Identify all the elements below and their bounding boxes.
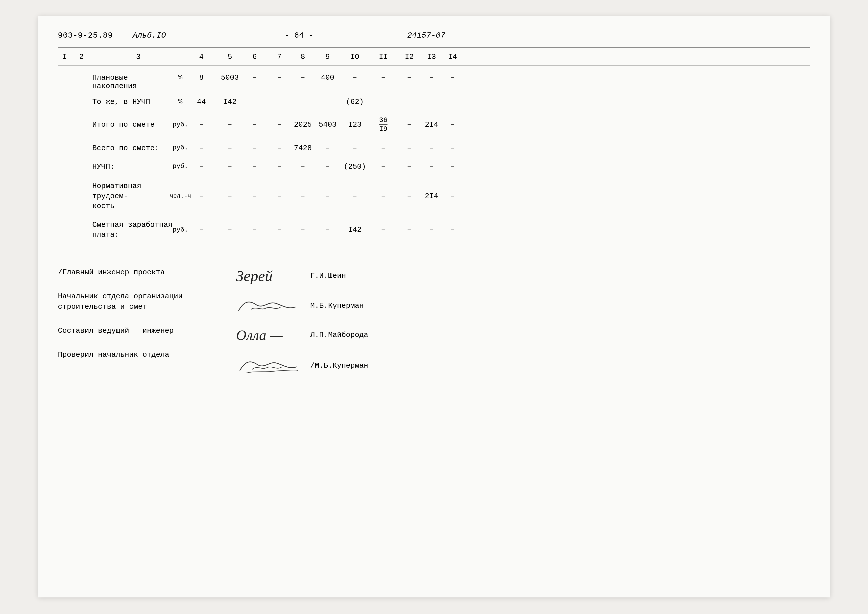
cell-r2-c7: – (267, 97, 292, 107)
cell-r2-c14: – (443, 97, 462, 107)
col-header-9: 9 (314, 53, 341, 61)
signature-script-3: Олла — (236, 327, 301, 343)
cell-r2-c10: (62) (341, 97, 369, 107)
cell-r4-c1 (58, 144, 71, 144)
cell-r7-c14: – (443, 225, 462, 234)
cell-r4-c3: Всего по смете: (91, 144, 175, 153)
cell-r4-c13: – (420, 144, 443, 153)
cell-r5-c5: – (217, 162, 242, 171)
col-header-2: 2 (71, 53, 91, 61)
cell-r1-c6: – (242, 73, 267, 82)
cell-r2-c6: – (242, 97, 267, 107)
table-row: Сметная заработнаяплата: руб. – – – – – … (58, 217, 810, 242)
cell-r1-unit-symbol: % (175, 73, 185, 82)
cell-r6-c11: – (369, 191, 398, 201)
cell-r4-c7: – (267, 144, 292, 153)
table-row: Итого по смете руб. – – – – 2025 5403 I2… (58, 114, 810, 135)
cell-r7-c8: – (292, 225, 314, 234)
sig-label-4: Проверил начальник отдела (58, 350, 192, 360)
cell-r6-c6: – (242, 191, 267, 201)
cell-r6-c2 (71, 196, 91, 197)
cell-r4-c11: – (369, 144, 398, 153)
cell-r7-unit-symbol: руб. (175, 226, 185, 234)
fraction-value: 36 I9 (379, 116, 388, 133)
cell-r5-c6: – (242, 162, 267, 171)
sig-2-svg (236, 297, 301, 315)
cell-r2-c5: I42 (217, 97, 242, 107)
col-header-6: 6 (242, 53, 267, 61)
column-headers: I 2 3 4 5 6 7 8 9 IO II I2 I3 I4 (58, 48, 810, 66)
cell-r7-c11: – (369, 225, 398, 234)
col-header-3: 3 (91, 53, 185, 61)
cell-r1-c9: 400 (314, 73, 341, 82)
page-label: - 64 - (285, 31, 313, 40)
cell-r7-c10: I42 (341, 225, 369, 234)
cell-r1-c3: Плановые накопления (91, 73, 175, 91)
cell-r5-c2 (71, 162, 91, 163)
cell-r5-c9: – (314, 162, 341, 171)
cell-r7-c2 (71, 229, 91, 230)
cell-r2-c9: – (314, 97, 341, 107)
cell-r1-c4: 8 (185, 73, 217, 82)
doc-number: 903-9-25.89 (58, 31, 113, 40)
cell-r4-c12: – (398, 144, 420, 153)
cell-r3-c10: I23 (341, 120, 369, 129)
cell-r5-c14: – (443, 162, 462, 171)
data-table: Плановые накопления % 8 5003 – – – 400 –… (58, 71, 810, 242)
cell-r6-c4: – (185, 191, 217, 201)
cell-r5-c12: – (398, 162, 420, 171)
cell-r5-unit-symbol: руб. (175, 162, 185, 171)
cell-r3-c5: – (217, 120, 242, 129)
cell-r6-c12: – (398, 191, 420, 201)
table-row: НУЧП: руб. – – – – – – (250) – – – – (58, 160, 810, 176)
col-header-4: 4 (185, 53, 217, 61)
cell-r3-c6: – (242, 120, 267, 129)
sig-label-3: Составил ведущий инженер (58, 326, 192, 336)
cell-r4-c5: – (217, 144, 242, 153)
col-header-5: 5 (217, 53, 242, 61)
cell-r1-c11: – (369, 73, 398, 82)
sig-label-2: Начальник отдела организациистроительств… (58, 291, 192, 312)
col-header-13: I3 (420, 53, 443, 61)
table-row: То же, в НУЧП % 44 I42 – – – – (62) – – … (58, 95, 810, 111)
cell-r1-c5: 5003 (217, 73, 242, 82)
cell-r7-c6: – (242, 225, 267, 234)
cell-r5-c11: – (369, 162, 398, 171)
cell-r4-unit-symbol: руб. (175, 144, 185, 152)
sig-name-4: /М.Б.Куперман (310, 361, 368, 370)
cell-r2-c4: 44 (185, 97, 217, 107)
cell-r5-c10: (250) (341, 162, 369, 171)
cell-r7-c4: – (185, 225, 217, 234)
cell-r2-c11: – (369, 97, 398, 107)
cell-r5-c3: НУЧП: (91, 162, 175, 171)
cell-r2-c13: – (420, 97, 443, 107)
cell-r7-c13: – (420, 225, 443, 234)
signatures-section: /Главный инженер проекта Начальник отдел… (58, 267, 810, 375)
sig-4-svg (236, 356, 301, 375)
header: 903-9-25.89 Альб.IO - 64 - 24157-07 (58, 31, 810, 40)
fraction-denominator: I9 (379, 125, 388, 133)
cell-r2-c8: – (292, 97, 314, 107)
cell-r3-c9: 5403 (314, 120, 341, 129)
cell-r3-c4: – (185, 120, 217, 129)
cell-r7-c5: – (217, 225, 242, 234)
cell-r1-c8: – (292, 73, 314, 82)
cell-r6-c7: – (267, 191, 292, 201)
cell-r3-c13: 2I4 (420, 120, 443, 129)
cell-r3-c8: 2025 (292, 120, 314, 129)
sig-label-1: /Главный инженер проекта (58, 267, 192, 278)
col-header-12: I2 (398, 53, 420, 61)
cell-r6-c5: – (217, 191, 242, 201)
sig-row-4: /М.Б.Куперман (236, 356, 368, 375)
sig-row-2: М.Б.Куперман (236, 297, 368, 315)
table-row: Плановые накопления % 8 5003 – – – 400 –… (58, 71, 810, 93)
cell-r4-c10: – (341, 144, 369, 153)
signature-script-1: Зерей (236, 267, 301, 285)
cell-r6-c10: – (341, 191, 369, 201)
cell-r3-c2 (71, 124, 91, 125)
col-header-8: 8 (292, 53, 314, 61)
cell-r3-c11: 36 I9 (369, 116, 398, 133)
signature-labels: /Главный инженер проекта Начальник отдел… (58, 267, 192, 360)
cell-r1-c13: – (420, 73, 443, 82)
document-page: 903-9-25.89 Альб.IO - 64 - 24157-07 I 2 … (38, 16, 830, 597)
